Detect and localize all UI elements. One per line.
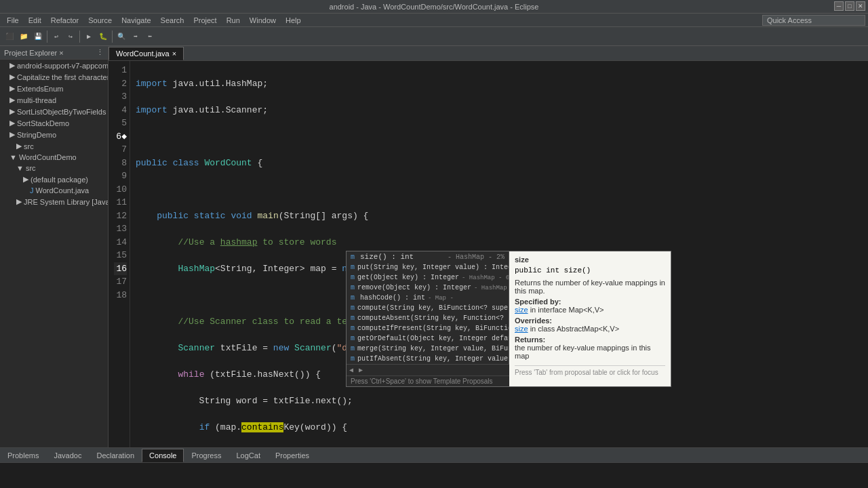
sidebar-item-stringdemo[interactable]: ▶ StringDemo: [0, 129, 108, 140]
sidebar-controls[interactable]: ⋮: [96, 48, 104, 57]
sidebar-item-label: SortListObjectByTwoFields: [17, 108, 106, 116]
minimize-button[interactable]: ─: [834, 1, 844, 11]
sidebar-item-jre[interactable]: ▶ JRE System Library [JavaSE]: [0, 196, 108, 207]
menu-source[interactable]: Source: [84, 14, 116, 27]
sidebar-item-src-top[interactable]: ▶ src: [0, 140, 108, 152]
bottom-content: [0, 463, 868, 488]
tab-declaration[interactable]: Declaration: [89, 449, 142, 462]
tb-save[interactable]: 💾: [31, 30, 45, 43]
doc-specified-by: size in interface Map<K,V>: [515, 306, 665, 314]
ac-item-computeabsent[interactable]: m computeAbsent(String key, Function<? s…: [347, 313, 509, 323]
sidebar-item-label: Capitalize the first character of: [17, 73, 108, 81]
menu-refactor[interactable]: Refactor: [47, 14, 83, 27]
doc-specified-link[interactable]: size: [515, 306, 528, 314]
ac-item-compute[interactable]: m compute(String key, BiFunction<? super…: [347, 303, 509, 313]
doc-overrides-in: in class AbstractMap<K,V>: [530, 325, 619, 333]
menu-file[interactable]: File: [3, 14, 23, 27]
window-title: android - Java - WordCountDemo/src/WordC…: [330, 3, 539, 11]
maximize-button[interactable]: □: [845, 1, 854, 11]
sidebar-item-wordcount-java[interactable]: J WordCount.java: [0, 185, 108, 196]
tab-properties[interactable]: Properties: [268, 449, 317, 462]
ac-item-size[interactable]: m size() : int - HashMap - 2%: [347, 251, 509, 262]
sidebar-item-label: WordCount.java: [36, 186, 90, 195]
sidebar-item-wordcountdemo[interactable]: ▼ WordCountDemo: [0, 152, 108, 163]
sidebar-item-capitalize[interactable]: ▶ Capitalize the first character of: [0, 71, 108, 83]
sidebar-item-default-package[interactable]: ▶ (default package): [0, 174, 108, 185]
sidebar-item-extendsenum[interactable]: ▶ ExtendsEnum: [0, 83, 108, 94]
ac-item-hashcode[interactable]: m hashCode() : int - Map -: [347, 293, 509, 303]
ac-item-merge[interactable]: m merge(String key, Integer value, BiFun…: [347, 344, 509, 354]
line-num: 9: [114, 169, 127, 183]
tab-progress[interactable]: Progress: [184, 449, 229, 462]
ac-scroll-right[interactable]: ▶: [356, 366, 366, 374]
menu-search[interactable]: Search: [157, 14, 189, 27]
sidebar-item-label: SortStackDemo: [17, 119, 69, 127]
sidebar-item-label: StringDemo: [17, 131, 56, 139]
tb-debug[interactable]: 🐛: [96, 30, 110, 43]
menu-run[interactable]: Run: [222, 14, 244, 27]
method-icon: m: [351, 335, 355, 342]
tb-next[interactable]: ➡: [129, 30, 142, 43]
code-line: if (map.containsKey(word)) {: [136, 421, 863, 434]
doc-specified-in: in interface Map<K,V>: [530, 306, 604, 314]
title-controls[interactable]: ─ □ ✕: [834, 1, 865, 11]
tab-problems[interactable]: Problems: [0, 449, 46, 462]
chevron-right-icon: ▶: [9, 61, 15, 70]
tb-new[interactable]: ⬛: [3, 30, 16, 43]
sidebar-item-android-support[interactable]: ▶ android-support-v7-appcomp: [0, 60, 108, 71]
code-line: //Use a hashmap to store words: [136, 236, 863, 249]
menu-edit[interactable]: Edit: [24, 14, 45, 27]
tab-close-icon[interactable]: ×: [172, 49, 176, 58]
code-line: import java.util.HashMap;: [136, 77, 863, 91]
ac-item-getordefault[interactable]: m getOrDefault(Object key, Integer defau…: [347, 333, 509, 344]
menu-navigate[interactable]: Navigate: [117, 14, 155, 27]
tb-prev[interactable]: ⬅: [143, 30, 157, 43]
menu-window[interactable]: Window: [245, 14, 280, 27]
tab-bar: WordCount.java ×: [108, 46, 868, 61]
ac-item-label: remove(Object key) : Integer: [357, 284, 471, 291]
sidebar-item-src[interactable]: ▼ src: [0, 163, 108, 174]
ac-item-label: getOrDefault(Object key, Integer default…: [357, 335, 509, 342]
tb-redo[interactable]: ↪: [64, 30, 77, 43]
java-file-icon: J: [30, 186, 34, 195]
chevron-right-icon: ▶: [16, 197, 22, 206]
chevron-down-icon: ▼: [9, 153, 17, 161]
close-button[interactable]: ✕: [856, 1, 865, 11]
tab-logcat[interactable]: LogCat: [229, 449, 267, 462]
menu-help[interactable]: Help: [281, 14, 305, 27]
autocomplete-popup[interactable]: m size() : int - HashMap - 2% m put(Stri…: [346, 251, 671, 387]
ac-item-remove[interactable]: m remove(Object key) : Integer - HashMap…: [347, 283, 509, 293]
menu-project[interactable]: Project: [189, 14, 220, 27]
tb-search[interactable]: 🔍: [115, 30, 128, 43]
line-num: 17: [114, 275, 127, 289]
quick-access-input[interactable]: [762, 15, 865, 26]
ac-item-put[interactable]: m put(String key, Integer value) : Integ…: [347, 262, 509, 272]
method-icon: m: [351, 355, 355, 363]
method-icon: m: [351, 284, 355, 291]
tb-undo[interactable]: ↩: [50, 30, 63, 43]
code-line: [136, 183, 863, 197]
tb-run[interactable]: ▶: [82, 30, 96, 43]
sidebar-item-sortlist[interactable]: ▶ SortListObjectByTwoFields: [0, 106, 108, 117]
line-num: 11: [114, 196, 127, 209]
method-icon: m: [351, 253, 357, 261]
tab-console[interactable]: Console: [142, 449, 184, 462]
sidebar-item-label: (default package): [31, 176, 88, 184]
line-num: 16: [114, 262, 127, 276]
sidebar-item-sortstackdemo[interactable]: ▶ SortStackDemo: [0, 117, 108, 129]
ac-item-putifabsent[interactable]: m putIfAbsent(String key, Integer value)…: [347, 354, 509, 364]
sidebar-item-multithread[interactable]: ▶ multi-thread: [0, 94, 108, 106]
doc-overrides-link[interactable]: size: [515, 325, 528, 333]
line-num: 15: [114, 249, 127, 262]
autocomplete-list[interactable]: m size() : int - HashMap - 2% m put(Stri…: [347, 251, 509, 364]
line-num: 13: [114, 222, 127, 236]
tab-wordcount[interactable]: WordCount.java ×: [108, 47, 184, 60]
tab-javadoc[interactable]: Javadoc: [46, 449, 89, 462]
ac-item-get[interactable]: m get(Object key) : Integer - HashMap - …: [347, 272, 509, 283]
ac-item-computeifpresent[interactable]: m computeIfPresent(String key, BiFunctio…: [347, 323, 509, 333]
tb-open[interactable]: 📁: [17, 30, 31, 43]
code-editor[interactable]: 1 2 3 4 5 6◆ 7 8 9 10 11 12 13 14 15 16 …: [108, 61, 868, 447]
sidebar-item-label: src: [24, 142, 34, 150]
ac-scroll-left[interactable]: ◀: [347, 366, 356, 374]
editor-area: WordCount.java × 1 2 3 4 5 6◆ 7 8 9 10 1…: [108, 46, 868, 447]
